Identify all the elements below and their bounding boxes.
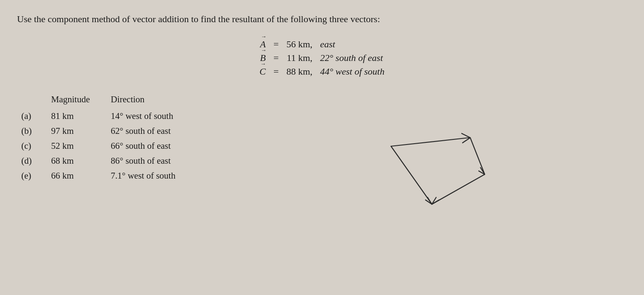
vector-b-direction: 22° south of east [320,52,385,64]
answer-magnitude-c: 52 km [51,141,106,151]
answer-magnitude-d: 68 km [51,156,106,166]
answer-row-e: (e) 66 km 7.1° west of south [17,171,239,181]
svg-line-3 [391,146,432,204]
vector-c-direction: 44° west of south [320,66,385,77]
answer-direction-d: 86° south of east [111,156,221,166]
svg-line-0 [391,138,469,146]
direction-header: Direction [111,94,221,105]
answer-direction-e: 7.1° west of south [111,171,221,181]
empty-header [21,94,47,105]
answer-row-b: (b) 97 km 62° south of east [17,126,239,136]
answer-row-c: (c) 52 km 66° south of east [17,141,239,151]
answer-magnitude-a: 81 km [51,111,106,121]
vector-a-value: 56 km, [286,39,312,50]
answer-direction-b: 62° south of east [111,126,221,136]
diagram-container [239,94,627,218]
answer-label-b: (b) [21,126,47,136]
vector-b-eq: = [273,52,279,64]
answer-direction-c: 66° south of east [111,141,221,151]
svg-line-1 [470,138,485,174]
answer-magnitude-b: 97 km [51,126,106,136]
vector-b-value: 11 km, [286,52,312,64]
vector-a-eq: = [273,39,279,50]
svg-line-2 [432,174,485,204]
vectors-section: → A = 56 km, east → B = 11 km, 22° south… [17,39,627,77]
vector-a-direction: east [320,39,385,50]
answer-row-d: (d) 68 km 86° south of east [17,156,239,166]
vector-c-value: 88 km, [286,66,312,77]
answer-magnitude-e: 66 km [51,171,106,181]
answer-direction-a: 14° west of south [111,111,221,121]
answers-left: Magnitude Direction (a) 81 km 14° west o… [17,94,239,185]
vector-c-eq: = [273,66,279,77]
answer-label-e: (e) [21,171,47,181]
answer-label-d: (d) [21,156,47,166]
vector-diagram [365,98,501,218]
answer-label-c: (c) [21,141,47,151]
answer-label-a: (a) [21,111,47,121]
vector-c-label: → C [259,66,266,77]
answer-row-a: (a) 81 km 14° west of south [17,111,239,121]
vectors-table: → A = 56 km, east → B = 11 km, 22° south… [259,39,384,77]
answers-header: Magnitude Direction [17,94,239,105]
answers-section: Magnitude Direction (a) 81 km 14° west o… [17,94,627,218]
magnitude-header: Magnitude [51,94,106,105]
question-text: Use the component method of vector addit… [17,13,627,26]
